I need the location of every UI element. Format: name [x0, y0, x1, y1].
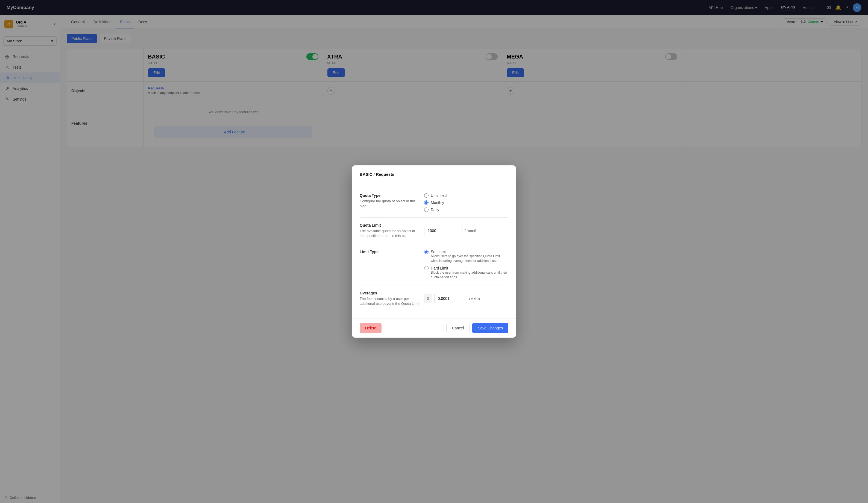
quota-type-section: Quota Type Configure the quota of object… [360, 188, 508, 218]
soft-limit-radio[interactable] [424, 249, 428, 254]
limit-type-label: Limit Type [360, 249, 420, 254]
limit-type-section: Limit Type Soft Limit Allow users to go … [360, 244, 508, 285]
modal-body: Quota Type Configure the quota of object… [352, 181, 516, 318]
limit-type-controls: Soft Limit Allow users to go over the sp… [424, 249, 508, 279]
hard-limit-label: Hard Limit [431, 266, 448, 270]
overages-input[interactable] [434, 294, 467, 303]
delete-button[interactable]: Delete [360, 323, 382, 333]
modal-footer-actions: Cancel Save Changes [446, 323, 508, 333]
overages-controls: $ / extra [424, 291, 508, 306]
hard-limit-option: Hard Limit Block the user from making ad… [424, 266, 508, 280]
limit-type-label-group: Limit Type [360, 249, 420, 279]
breadcrumb-title: Requests [376, 172, 394, 177]
quota-daily-label: Daily [431, 207, 439, 212]
quota-limit-unit: / month [465, 228, 477, 233]
quota-limit-desc: The available quota for an object in the… [360, 228, 420, 238]
quota-daily-radio[interactable] [424, 207, 428, 212]
overages-label-group: Overages The fees incurred by a user per… [360, 291, 420, 306]
overages-currency: $ [424, 294, 432, 303]
quota-monthly-option[interactable]: Monthly [424, 201, 508, 205]
quota-limit-section: Quota Limit The available quota for an o… [360, 218, 508, 244]
quota-type-desc: Configure the quota of object in this pl… [360, 199, 420, 208]
quota-limit-controls: / month [424, 223, 508, 238]
quota-limit-input[interactable] [424, 226, 463, 235]
quota-daily-option[interactable]: Daily [424, 207, 508, 212]
modal-header: BASIC / Requests [352, 165, 516, 181]
hard-limit-desc: Block the user from making additional ca… [431, 270, 508, 280]
overages-desc: The fees incurred by a user per addition… [360, 296, 420, 306]
breadcrumb-prefix: BASIC / [360, 172, 376, 177]
overages-section: Overages The fees incurred by a user per… [360, 285, 508, 312]
quota-unlimited-label: Unlimited [431, 193, 446, 198]
modal-footer: Delete Cancel Save Changes [352, 318, 516, 338]
soft-limit-label: Soft Limit [431, 249, 446, 254]
soft-limit-desc: Allow users to go over the specified Quo… [431, 254, 508, 263]
cancel-button[interactable]: Cancel [446, 323, 470, 333]
soft-limit-option: Soft Limit Allow users to go over the sp… [424, 249, 508, 263]
modal-dialog: BASIC / Requests Quota Type Configure th… [352, 165, 516, 338]
quota-unlimited-option[interactable]: Unlimited [424, 193, 508, 198]
quota-unlimited-radio[interactable] [424, 193, 428, 198]
quota-monthly-label: Monthly [431, 201, 444, 205]
overages-label: Overages [360, 291, 420, 295]
quota-limit-label-group: Quota Limit The available quota for an o… [360, 223, 420, 238]
quota-type-label-group: Quota Type Configure the quota of object… [360, 193, 420, 212]
save-changes-button[interactable]: Save Changes [472, 323, 508, 333]
hard-limit-radio[interactable] [424, 266, 428, 270]
quota-monthly-radio[interactable] [424, 201, 428, 205]
quota-type-controls: Unlimited Monthly Daily [424, 193, 508, 212]
quota-limit-label: Quota Limit [360, 223, 420, 227]
overages-unit: / extra [469, 296, 480, 301]
quota-type-label: Quota Type [360, 193, 420, 198]
modal-overlay: BASIC / Requests Quota Type Configure th… [0, 0, 868, 503]
modal-breadcrumb: BASIC / Requests [360, 172, 508, 177]
